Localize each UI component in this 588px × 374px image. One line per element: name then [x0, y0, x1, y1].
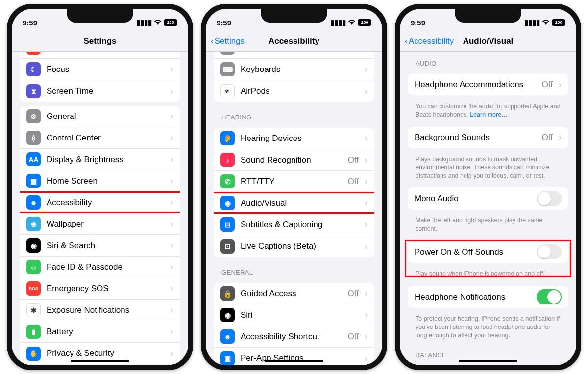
row-value: Off	[348, 155, 359, 165]
row-label: Display & Brightness	[47, 155, 165, 164]
signal-icon: ▮▮▮▮	[524, 18, 540, 27]
back-button[interactable]: ‹ Settings	[211, 36, 245, 46]
chevron-left-icon: ‹	[211, 36, 214, 46]
guided-access-icon: 🔒	[220, 286, 235, 301]
toggle-power-sounds[interactable]	[537, 244, 562, 259]
toggle-mono-audio[interactable]	[537, 191, 562, 206]
row-siri-search[interactable]: ◉Siri & Search›	[20, 235, 180, 257]
row-label: RTT/TTY	[241, 177, 342, 187]
audio-visual-list[interactable]: AUDIO Headphone Accommodations Off › You…	[400, 52, 576, 365]
chevron-right-icon: ›	[171, 219, 173, 229]
siri-icon: ◉	[220, 308, 235, 322]
row-label: Audio/Visual	[241, 198, 359, 208]
privacy-security-icon: ✋	[26, 347, 41, 361]
status-time: 9:59	[23, 19, 37, 27]
notch	[261, 9, 327, 23]
row-siri[interactable]: ◉Siri›	[214, 304, 374, 326]
row-label: AirPods	[241, 86, 359, 96]
row-control-center[interactable]: ⟠Control Center›	[20, 127, 180, 149]
row-exposure-notifications[interactable]: ✱Exposure Notifications›	[20, 300, 180, 321]
home-indicator[interactable]	[265, 360, 323, 362]
chevron-right-icon: ›	[365, 198, 368, 208]
display-brightness-icon: AA	[26, 152, 41, 166]
wifi-icon	[154, 19, 162, 27]
settings-list[interactable]: 🔊Sounds & Haptics›☾Focus›⧗Screen Time› ⚙…	[12, 52, 188, 365]
row-mono-audio[interactable]: Mono Audio	[408, 187, 568, 210]
chevron-right-icon: ›	[365, 64, 368, 74]
nav-bar: ‹ Settings Accessibility	[206, 30, 382, 52]
chevron-right-icon: ›	[365, 52, 368, 53]
battery-icon: ▮	[26, 325, 41, 339]
row-sounds-haptics[interactable]: 🔊Sounds & Haptics›	[20, 52, 180, 59]
row-label: Privacy & Security	[47, 349, 165, 358]
home-indicator[interactable]	[459, 360, 517, 362]
row-keyboards[interactable]: ⌨Keyboards›	[214, 59, 374, 80]
phone-accessibility: 9:59 ▮▮▮▮ 100 ‹ Settings Accessibility ▭…	[201, 4, 387, 370]
battery-icon: 100	[164, 19, 177, 26]
row-home-screen[interactable]: ▦Home Screen›	[20, 170, 180, 192]
toggle-headphone-notifications[interactable]	[537, 289, 562, 304]
wallpaper-icon: ❀	[26, 217, 41, 231]
chevron-right-icon: ›	[559, 80, 562, 90]
row-display-brightness[interactable]: AADisplay & Brightness›	[20, 149, 180, 170]
exposure-notifications-icon: ✱	[26, 303, 41, 317]
row-label: Background Sounds	[415, 133, 536, 142]
accessibility-list[interactable]: ▭Apple TV Remote›⌨Keyboards›ᯤAirPods› HE…	[206, 52, 382, 365]
footer-headphone-notifications: To protect your hearing, iPhone sends a …	[400, 312, 576, 344]
learn-more-link[interactable]: Learn more…	[470, 111, 507, 118]
row-airpods[interactable]: ᯤAirPods›	[214, 80, 374, 102]
chevron-left-icon: ‹	[405, 36, 408, 46]
row-battery[interactable]: ▮Battery›	[20, 321, 180, 343]
row-accessibility[interactable]: ☻Accessibility›	[20, 192, 180, 213]
back-button[interactable]: ‹ Accessibility	[405, 36, 454, 46]
row-value: Off	[542, 133, 553, 142]
row-face-id-passcode[interactable]: ☺Face ID & Passcode›	[20, 257, 180, 278]
row-label: Headphone Notifications	[415, 292, 531, 302]
row-subtitles-captioning[interactable]: ⊟Subtitles & Captioning›	[214, 214, 374, 235]
sounds-haptics-icon: 🔊	[26, 52, 41, 55]
row-screen-time[interactable]: ⧗Screen Time›	[20, 80, 180, 102]
control-center-icon: ⟠	[26, 131, 41, 145]
row-label: Face ID & Passcode	[47, 262, 165, 272]
row-headphone-notifications[interactable]: Headphone Notifications	[408, 286, 568, 308]
footer-background-sounds: Plays background sounds to mask unwanted…	[400, 152, 576, 184]
row-sound-recognition[interactable]: ♪Sound RecognitionOff›	[214, 149, 374, 171]
row-audio-visual[interactable]: ◉Audio/Visual›	[214, 192, 374, 214]
row-value: Off	[542, 80, 553, 90]
status-time: 9:59	[217, 19, 231, 27]
chevron-right-icon: ›	[171, 349, 173, 359]
chevron-right-icon: ›	[171, 86, 173, 96]
row-accessibility-shortcut[interactable]: ☻Accessibility ShortcutOff›	[214, 326, 374, 348]
chevron-right-icon: ›	[171, 111, 173, 121]
row-guided-access[interactable]: 🔒Guided AccessOff›	[214, 283, 374, 304]
home-screen-icon: ▦	[26, 174, 41, 188]
page-title: Audio/Visual	[463, 36, 514, 46]
row-label: Live Captions (Beta)	[241, 241, 359, 251]
chevron-right-icon: ›	[365, 219, 368, 230]
row-emergency-sos[interactable]: SOSEmergency SOS›	[20, 278, 180, 300]
row-rtt-tty[interactable]: ✆RTT/TTYOff›	[214, 171, 374, 192]
chevron-right-icon: ›	[171, 133, 173, 143]
row-hearing-devices[interactable]: 👂Hearing Devices›	[214, 128, 374, 149]
row-focus[interactable]: ☾Focus›	[20, 59, 180, 80]
accessibility-icon: ☻	[26, 195, 41, 210]
row-background-sounds[interactable]: Background Sounds Off ›	[408, 127, 568, 148]
chevron-right-icon: ›	[365, 331, 368, 342]
chevron-right-icon: ›	[171, 305, 173, 315]
row-live-captions-beta[interactable]: ⊡Live Captions (Beta)›	[214, 235, 374, 257]
chevron-right-icon: ›	[171, 176, 173, 186]
chevron-right-icon: ›	[365, 310, 368, 320]
focus-icon: ☾	[26, 62, 41, 76]
row-headphone-accommodations[interactable]: Headphone Accommodations Off ›	[408, 74, 568, 95]
row-general[interactable]: ⚙General›	[20, 106, 180, 127]
chevron-right-icon: ›	[171, 262, 173, 272]
row-label: Accessibility Shortcut	[241, 332, 342, 342]
keyboards-icon: ⌨	[220, 62, 235, 76]
home-indicator[interactable]	[71, 360, 129, 362]
phone-settings: 9:59 ▮▮▮▮ 100 Settings 🔊Sounds & Haptics…	[7, 4, 193, 370]
chevron-right-icon: ›	[171, 154, 173, 164]
row-apple-tv-remote[interactable]: ▭Apple TV Remote›	[214, 52, 374, 59]
row-power-on-off-sounds[interactable]: Power On & Off Sounds	[408, 241, 568, 263]
row-wallpaper[interactable]: ❀Wallpaper›	[20, 213, 180, 235]
row-per-app-settings[interactable]: ▣Per-App Settings›	[214, 348, 374, 365]
